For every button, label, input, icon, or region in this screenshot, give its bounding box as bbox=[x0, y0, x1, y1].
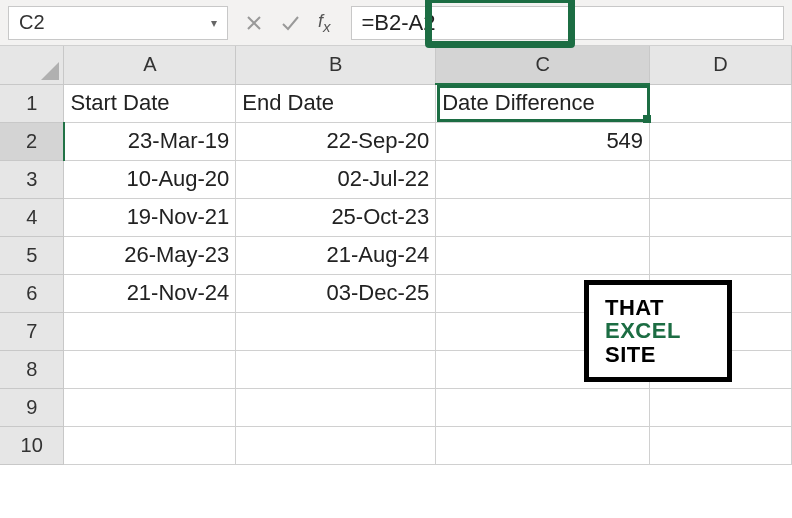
cell-b3[interactable]: 02-Jul-22 bbox=[236, 160, 436, 198]
col-header-d[interactable]: D bbox=[650, 46, 792, 84]
row-header-9[interactable]: 9 bbox=[0, 388, 64, 426]
cell-b6[interactable]: 03-Dec-25 bbox=[236, 274, 436, 312]
cell-a9[interactable] bbox=[64, 388, 236, 426]
formula-input[interactable]: =B2-A2 bbox=[351, 6, 784, 40]
cell-d5[interactable] bbox=[650, 236, 792, 274]
col-header-c[interactable]: C bbox=[436, 46, 650, 84]
cell-b4[interactable]: 25-Oct-23 bbox=[236, 198, 436, 236]
cell-b1[interactable]: End Date bbox=[236, 84, 436, 122]
row-header-7[interactable]: 7 bbox=[0, 312, 64, 350]
name-box[interactable]: C2 ▾ bbox=[8, 6, 228, 40]
row-header-1[interactable]: 1 bbox=[0, 84, 64, 122]
row-header-6[interactable]: 6 bbox=[0, 274, 64, 312]
row-header-8[interactable]: 8 bbox=[0, 350, 64, 388]
cell-d4[interactable] bbox=[650, 198, 792, 236]
cell-a1[interactable]: Start Date bbox=[64, 84, 236, 122]
cell-d1[interactable] bbox=[650, 84, 792, 122]
cell-a3[interactable]: 10-Aug-20 bbox=[64, 160, 236, 198]
row-header-5[interactable]: 5 bbox=[0, 236, 64, 274]
cell-b2[interactable]: 22-Sep-20 bbox=[236, 122, 436, 160]
cancel-icon[interactable] bbox=[242, 11, 266, 35]
cell-d10[interactable] bbox=[650, 426, 792, 464]
select-all-corner[interactable] bbox=[0, 46, 64, 84]
row-header-3[interactable]: 3 bbox=[0, 160, 64, 198]
cell-a7[interactable] bbox=[64, 312, 236, 350]
cell-b10[interactable] bbox=[236, 426, 436, 464]
cell-d9[interactable] bbox=[650, 388, 792, 426]
cell-d2[interactable] bbox=[650, 122, 792, 160]
formula-text: =B2-A2 bbox=[362, 10, 436, 36]
cell-c9[interactable] bbox=[436, 388, 650, 426]
cell-d3[interactable] bbox=[650, 160, 792, 198]
col-header-b[interactable]: B bbox=[236, 46, 436, 84]
col-header-a[interactable]: A bbox=[64, 46, 236, 84]
cell-a5[interactable]: 26-May-23 bbox=[64, 236, 236, 274]
formula-bar: C2 ▾ fx =B2-A2 bbox=[0, 0, 792, 46]
cell-b9[interactable] bbox=[236, 388, 436, 426]
spreadsheet-grid[interactable]: A B C D 1 Start Date End Date Date Diffe… bbox=[0, 46, 792, 465]
cell-c10[interactable] bbox=[436, 426, 650, 464]
row-header-10[interactable]: 10 bbox=[0, 426, 64, 464]
name-box-value: C2 bbox=[19, 11, 45, 34]
row-header-2[interactable]: 2 bbox=[0, 122, 64, 160]
row-header-4[interactable]: 4 bbox=[0, 198, 64, 236]
cell-c5[interactable] bbox=[436, 236, 650, 274]
cell-b8[interactable] bbox=[236, 350, 436, 388]
cell-b5[interactable]: 21-Aug-24 bbox=[236, 236, 436, 274]
cell-c3[interactable] bbox=[436, 160, 650, 198]
logo-line-2: EXCEL bbox=[605, 319, 727, 342]
cell-a8[interactable] bbox=[64, 350, 236, 388]
cell-c2[interactable]: 549 bbox=[436, 122, 650, 160]
cell-c4[interactable] bbox=[436, 198, 650, 236]
watermark-logo: THAT EXCEL SITE bbox=[584, 280, 732, 382]
cell-a6[interactable]: 21-Nov-24 bbox=[64, 274, 236, 312]
chevron-down-icon[interactable]: ▾ bbox=[211, 16, 217, 30]
formula-bar-buttons: fx bbox=[236, 11, 343, 35]
cell-b7[interactable] bbox=[236, 312, 436, 350]
cell-c1[interactable]: Date Difference bbox=[436, 84, 650, 122]
logo-line-1: THAT bbox=[605, 296, 727, 319]
cell-a4[interactable]: 19-Nov-21 bbox=[64, 198, 236, 236]
cell-a2[interactable]: 23-Mar-19 bbox=[64, 122, 236, 160]
logo-line-3: SITE bbox=[605, 343, 727, 366]
cell-a10[interactable] bbox=[64, 426, 236, 464]
fx-icon[interactable]: fx bbox=[318, 11, 331, 35]
enter-icon[interactable] bbox=[278, 11, 302, 35]
